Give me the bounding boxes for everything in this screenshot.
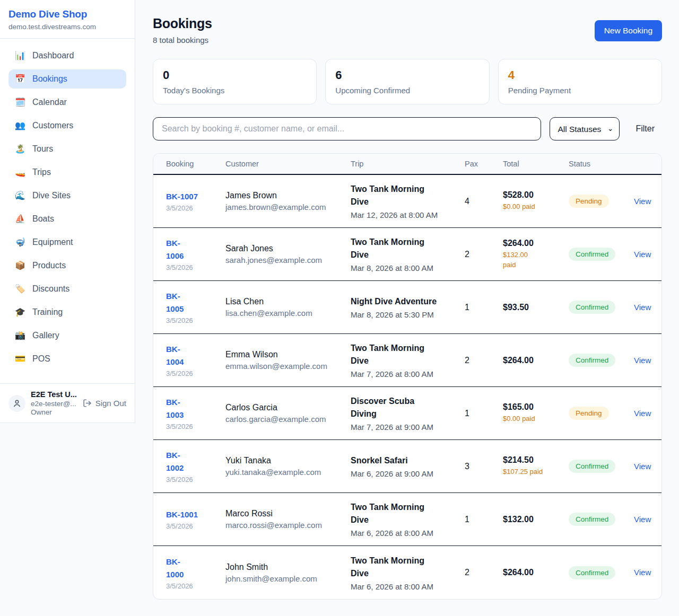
customer-email: john.smith@example.com bbox=[225, 574, 345, 583]
trip-name: Two Tank Morning Dive bbox=[351, 555, 438, 580]
total-amount: $528.00 bbox=[503, 190, 563, 200]
customers-icon: 👥 bbox=[15, 121, 25, 130]
status-badge: Pending bbox=[569, 195, 609, 208]
booking-number-link[interactable]: BK- 1006 bbox=[166, 237, 184, 262]
pax-count: 2 bbox=[465, 568, 503, 577]
trip-datetime: Mar 7, 2026 at 9:00 AM bbox=[351, 423, 459, 432]
view-link[interactable]: View bbox=[634, 568, 651, 577]
brand-name: Demo Dive Shop bbox=[8, 8, 126, 20]
pax-count: 2 bbox=[465, 250, 503, 259]
view-link[interactable]: View bbox=[634, 303, 651, 312]
stat-card-pending-payment: 4Pending Payment bbox=[498, 59, 662, 104]
booking-number-link[interactable]: BK-1007 bbox=[166, 190, 198, 203]
stat-card-today-s-bookings: 0Today's Bookings bbox=[153, 59, 317, 104]
sidebar-item-label: Trips bbox=[32, 168, 51, 177]
booking-number-link[interactable]: BK- 1002 bbox=[166, 449, 184, 474]
table-body: BK-1007 3/5/2026 James Brown james.brown… bbox=[153, 175, 661, 599]
view-link[interactable]: View bbox=[634, 356, 651, 365]
total-amount: $132.00 bbox=[503, 515, 563, 524]
trip-name: Two Tank Morning Dive bbox=[351, 236, 438, 261]
booking-number-link[interactable]: BK- 1003 bbox=[166, 396, 184, 421]
page-subtitle: 8 total bookings bbox=[153, 36, 212, 45]
filter-button[interactable]: Filter bbox=[628, 124, 662, 134]
sidebar-item-label: Bookings bbox=[32, 74, 67, 84]
booking-date: 3/5/2026 bbox=[166, 582, 220, 590]
stats-cards: 0Today's Bookings6Upcoming Confirmed4Pen… bbox=[153, 59, 662, 104]
trip-name: Two Tank Morning Dive bbox=[351, 501, 438, 526]
sign-out-button[interactable]: Sign Out bbox=[83, 399, 126, 408]
status-badge: Confirmed bbox=[569, 301, 615, 314]
sidebar-item-equipment[interactable]: 🤿 Equipment bbox=[8, 233, 126, 252]
training-icon: 🎓 bbox=[15, 308, 25, 316]
products-icon: 📦 bbox=[15, 261, 25, 270]
sidebar-item-pos[interactable]: 💳 POS bbox=[8, 349, 126, 368]
sidebar-item-bookings[interactable]: 📅 Bookings bbox=[8, 69, 126, 89]
booking-number-link[interactable]: BK- 1005 bbox=[166, 290, 184, 315]
col-header-status: Status bbox=[569, 160, 634, 168]
booking-number-link[interactable]: BK- 1004 bbox=[166, 343, 184, 368]
booking-number-link[interactable]: BK-1001 bbox=[166, 508, 198, 521]
booking-number-link[interactable]: BK- 1000 bbox=[166, 556, 184, 581]
sidebar-item-trips[interactable]: 🚤 Trips bbox=[8, 163, 126, 182]
status-badge: Confirmed bbox=[569, 248, 615, 261]
sign-out-label: Sign Out bbox=[95, 399, 126, 408]
user-footer: E2E Test U... e2e-tester@... Owner Sign … bbox=[0, 383, 135, 423]
customer-name: Carlos Garcia bbox=[225, 403, 345, 412]
col-header-pax: Pax bbox=[465, 160, 503, 168]
trips-icon: 🚤 bbox=[15, 168, 25, 177]
status-filter-select[interactable]: All Statuses bbox=[550, 117, 620, 140]
pax-count: 3 bbox=[465, 462, 503, 471]
sidebar-item-dashboard[interactable]: 📊 Dashboard bbox=[8, 46, 126, 65]
view-link[interactable]: View bbox=[634, 409, 651, 418]
paid-amount: $132.00 paid bbox=[503, 250, 545, 270]
trip-name: Snorkel Safari bbox=[351, 454, 438, 467]
customer-email: carlos.garcia@example.com bbox=[225, 415, 345, 424]
avatar bbox=[8, 395, 25, 412]
view-link[interactable]: View bbox=[634, 515, 651, 524]
sidebar-item-boats[interactable]: ⛵ Boats bbox=[8, 209, 126, 228]
sidebar-item-customers[interactable]: 👥 Customers bbox=[8, 116, 126, 135]
trip-name: Night Dive Adventure bbox=[351, 295, 438, 308]
sidebar-item-gallery[interactable]: 📸 Gallery bbox=[8, 326, 126, 345]
search-input[interactable] bbox=[153, 117, 541, 140]
paid-amount: $0.00 paid bbox=[503, 414, 545, 424]
sign-out-icon bbox=[83, 399, 92, 408]
sidebar-item-label: Equipment bbox=[32, 237, 73, 247]
brand-domain: demo.test.divestreams.com bbox=[8, 23, 126, 31]
table-row: BK- 1005 3/5/2026 Lisa Chen lisa.chen@ex… bbox=[153, 281, 661, 334]
sidebar-item-products[interactable]: 📦 Products bbox=[8, 256, 126, 275]
sidebar-item-calendar[interactable]: 🗓️ Calendar bbox=[8, 93, 126, 112]
pax-count: 1 bbox=[465, 303, 503, 312]
user-info: E2E Test U... e2e-tester@... Owner bbox=[31, 390, 77, 416]
status-badge: Pending bbox=[569, 407, 609, 420]
table-header-row: Booking Customer Trip Pax Total Status bbox=[153, 154, 661, 175]
view-link[interactable]: View bbox=[634, 197, 651, 206]
customer-name: Emma Wilson bbox=[225, 350, 345, 359]
view-link[interactable]: View bbox=[634, 250, 651, 259]
stat-label: Pending Payment bbox=[508, 86, 652, 95]
sidebar-item-training[interactable]: 🎓 Training bbox=[8, 303, 126, 322]
bookings-icon: 📅 bbox=[15, 75, 25, 83]
stat-label: Upcoming Confirmed bbox=[335, 86, 479, 95]
sidebar-item-tours[interactable]: 🏝️ Tours bbox=[8, 139, 126, 159]
col-header-booking: Booking bbox=[166, 160, 225, 168]
sidebar-item-label: Dashboard bbox=[32, 51, 74, 60]
trip-datetime: Mar 6, 2026 at 8:00 AM bbox=[351, 529, 459, 538]
sidebar-item-label: Discounts bbox=[32, 284, 69, 294]
sidebar-item-label: Boats bbox=[32, 214, 54, 224]
boats-icon: ⛵ bbox=[15, 215, 25, 223]
view-link[interactable]: View bbox=[634, 462, 651, 471]
table-row: BK- 1000 3/5/2026 John Smith john.smith@… bbox=[153, 546, 661, 599]
equipment-icon: 🤿 bbox=[15, 238, 25, 247]
stat-label: Today's Bookings bbox=[163, 86, 307, 95]
sidebar-item-dive-sites[interactable]: 🌊 Dive Sites bbox=[8, 186, 126, 205]
total-amount: $214.50 bbox=[503, 455, 563, 465]
user-name: E2E Test U... bbox=[31, 390, 77, 399]
sidebar-item-discounts[interactable]: 🏷️ Discounts bbox=[8, 279, 126, 298]
table-row: BK- 1004 3/5/2026 Emma Wilson emma.wilso… bbox=[153, 334, 661, 387]
customer-name: Sarah Jones bbox=[225, 244, 345, 253]
bookings-table: Booking Customer Trip Pax Total Status B… bbox=[153, 153, 662, 600]
new-booking-button[interactable]: New Booking bbox=[595, 20, 662, 41]
table-row: BK- 1003 3/5/2026 Carlos Garcia carlos.g… bbox=[153, 387, 661, 440]
stat-card-upcoming-confirmed: 6Upcoming Confirmed bbox=[325, 59, 489, 104]
